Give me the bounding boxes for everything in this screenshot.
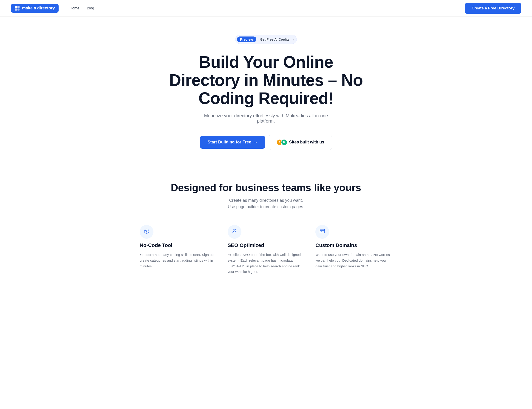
preview-badge-text: Get Free AI Credits bbox=[258, 37, 291, 41]
no-code-icon bbox=[143, 228, 150, 236]
brand-label: make a directory bbox=[22, 6, 55, 10]
sites-built-button[interactable]: A B Sites built with us bbox=[269, 135, 332, 150]
nav-link-blog[interactable]: Blog bbox=[87, 6, 94, 10]
start-building-button[interactable]: Start Building for Free → bbox=[200, 136, 265, 149]
navbar-left: make a directory Home Blog bbox=[11, 4, 94, 13]
start-building-label: Start Building for Free bbox=[208, 140, 251, 145]
avatar-2: B bbox=[281, 139, 287, 146]
nav-links: Home Blog bbox=[70, 6, 94, 10]
features-section-subtitle: Create as many directories as you want. … bbox=[11, 197, 521, 211]
preview-pill: Preview bbox=[237, 37, 256, 42]
hero-subtitle: Monetize your directory effortlessly wit… bbox=[197, 113, 335, 124]
avatar-group: A B bbox=[276, 139, 287, 146]
hero-buttons: Start Building for Free → A B Sites buil… bbox=[200, 135, 332, 150]
navbar: make a directory Home Blog Create a Free… bbox=[0, 0, 532, 17]
no-code-title: No-Code Tool bbox=[140, 242, 217, 248]
feature-card-domains: Custom Domains Want to use your own doma… bbox=[315, 225, 392, 275]
svg-text:$: $ bbox=[234, 230, 235, 231]
domains-icon-wrap bbox=[315, 225, 329, 239]
svg-rect-1 bbox=[18, 6, 19, 8]
create-free-directory-button[interactable]: Create a Free Directory bbox=[465, 3, 521, 14]
features-subtitle-line2: Use page builder to create custom pages. bbox=[228, 204, 304, 209]
svg-rect-8 bbox=[321, 231, 322, 232]
features-section-title: Designed for business teams like yours bbox=[11, 182, 521, 194]
feature-card-no-code: No-Code Tool You don't need any coding s… bbox=[140, 225, 217, 275]
seo-desc: Excellent SEO out of the box with well-d… bbox=[228, 252, 304, 275]
seo-title: SEO Optimized bbox=[228, 242, 304, 248]
preview-badge[interactable]: Preview Get Free AI Credits › bbox=[235, 35, 297, 44]
brand-logo[interactable]: make a directory bbox=[11, 4, 58, 13]
svg-rect-2 bbox=[15, 9, 17, 10]
no-code-icon-wrap bbox=[140, 225, 153, 239]
features-section: Designed for business teams like yours C… bbox=[0, 164, 532, 289]
feature-card-seo: $ SEO Optimized Excellent SEO out of the… bbox=[228, 225, 304, 275]
hero-title: Build Your Online Directory in Minutes –… bbox=[163, 53, 369, 108]
svg-rect-0 bbox=[15, 6, 17, 8]
seo-icon: $ bbox=[232, 228, 238, 236]
brand-icon bbox=[15, 6, 20, 11]
domains-desc: Want to use your own domain name? No wor… bbox=[315, 252, 392, 269]
features-subtitle-line1: Create as many directories as you want. bbox=[229, 198, 303, 203]
svg-point-5 bbox=[146, 231, 147, 232]
features-grid: No-Code Tool You don't need any coding s… bbox=[140, 225, 392, 275]
preview-arrow-icon: › bbox=[293, 37, 294, 41]
arrow-icon: → bbox=[254, 140, 258, 145]
hero-section: Preview Get Free AI Credits › Build Your… bbox=[0, 17, 532, 164]
domains-icon bbox=[319, 228, 325, 236]
nav-link-home[interactable]: Home bbox=[70, 6, 79, 10]
seo-icon-wrap: $ bbox=[228, 225, 241, 239]
sites-built-label: Sites built with us bbox=[289, 140, 324, 145]
svg-rect-3 bbox=[18, 9, 19, 10]
no-code-desc: You don't need any coding skills to star… bbox=[140, 252, 217, 269]
domains-title: Custom Domains bbox=[315, 242, 392, 248]
